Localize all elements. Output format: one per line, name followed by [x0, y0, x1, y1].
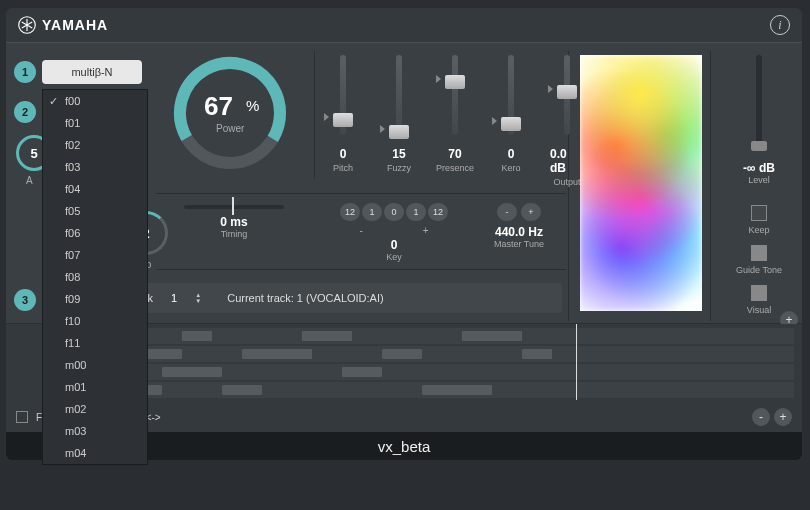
plugin-panel: YAMAHA i 1 2 3 multiβ-N f00 ▼ 5 A 2 rato…	[6, 8, 802, 460]
dropdown-item-f02[interactable]: f02	[43, 134, 147, 156]
track-stepper[interactable]: ▲▼	[195, 292, 201, 304]
pitch-slider[interactable]: 0Pitch	[326, 55, 360, 187]
tune-label: Master Tune	[474, 239, 564, 249]
dropdown-item-f11[interactable]: f11	[43, 332, 147, 354]
brand-logo: YAMAHA	[18, 16, 108, 34]
key-minus-1[interactable]: 1	[362, 203, 382, 221]
info-button[interactable]: i	[770, 15, 790, 35]
zoom-out-button[interactable]: -	[752, 408, 770, 426]
timing-control[interactable]: 0 ms Timing	[178, 205, 290, 239]
step-3-badge: 3	[14, 289, 36, 311]
master-tune-control: - + 440.0 Hz Master Tune	[474, 203, 564, 249]
header: YAMAHA i	[6, 8, 802, 42]
step-2-badge: 2	[14, 101, 36, 123]
key-plus-1[interactable]: 1	[406, 203, 426, 221]
dropdown-item-f05[interactable]: f05	[43, 200, 147, 222]
power-label: Power	[216, 123, 244, 134]
keep-toggle[interactable]	[751, 205, 767, 221]
key-minus-12[interactable]: 12	[340, 203, 360, 221]
guide-tone-toggle[interactable]	[751, 245, 767, 261]
playhead[interactable]	[576, 324, 577, 400]
dropdown-item-f09[interactable]: f09	[43, 288, 147, 310]
power-percent: %	[246, 97, 259, 114]
voice-select-1[interactable]: multiβ-N	[42, 60, 142, 84]
level-slider[interactable]: -∞ dB Level	[724, 55, 794, 185]
power-value: 67	[204, 91, 233, 122]
dropdown-item-f03[interactable]: f03	[43, 156, 147, 178]
visualizer	[580, 55, 702, 311]
output-slider[interactable]: 0.0 dBOutput	[550, 55, 584, 187]
divider	[156, 193, 566, 194]
fuzzy-slider[interactable]: 15Fuzzy	[382, 55, 416, 187]
key-plus-12[interactable]: 12	[428, 203, 448, 221]
divider	[710, 51, 711, 321]
dropdown-item-m03[interactable]: m03	[43, 420, 147, 442]
track-number: 1	[171, 292, 177, 304]
tune-plus[interactable]: +	[521, 203, 541, 221]
tune-value: 440.0 Hz	[474, 225, 564, 239]
zoom-in-button[interactable]: +	[774, 408, 792, 426]
dropdown-item-m00[interactable]: m00	[43, 354, 147, 376]
dropdown-item-f08[interactable]: f08	[43, 266, 147, 288]
divider	[314, 51, 315, 179]
follow-checkbox[interactable]	[16, 411, 28, 423]
voice-dropdown[interactable]: f00f01f02f03f04f05f06f07f08f09f10f11m00m…	[42, 89, 148, 465]
attack-label: A	[26, 175, 33, 186]
brand-text: YAMAHA	[42, 17, 108, 33]
slider-group: 0Pitch 15Fuzzy 70Presence 0Kero 0.0 dBOu…	[326, 55, 584, 187]
dropdown-item-f07[interactable]: f07	[43, 244, 147, 266]
yamaha-icon	[18, 16, 36, 34]
key-value: 0	[324, 238, 464, 252]
visual-toggle[interactable]	[751, 285, 767, 301]
current-track-label: Current track: 1 (VOCALOID:AI)	[227, 292, 383, 304]
step-1-badge: 1	[14, 61, 36, 83]
presence-slider[interactable]: 70Presence	[438, 55, 472, 187]
dropdown-item-f00[interactable]: f00	[43, 90, 147, 112]
tune-minus[interactable]: -	[497, 203, 517, 221]
dropdown-item-f10[interactable]: f10	[43, 310, 147, 332]
key-zero[interactable]: 0	[384, 203, 404, 221]
dropdown-item-m02[interactable]: m02	[43, 398, 147, 420]
dropdown-item-f01[interactable]: f01	[43, 112, 147, 134]
dropdown-item-f04[interactable]: f04	[43, 178, 147, 200]
toggle-group: Keep Guide Tone Visual	[724, 205, 794, 315]
dropdown-item-f06[interactable]: f06	[43, 222, 147, 244]
dropdown-item-m04[interactable]: m04	[43, 442, 147, 464]
key-control: 12 1 0 1 12 -+ 0 Key	[324, 203, 464, 262]
key-label: Key	[324, 252, 464, 262]
divider	[156, 269, 566, 270]
kero-slider[interactable]: 0Kero	[494, 55, 528, 187]
dropdown-item-m01[interactable]: m01	[43, 376, 147, 398]
